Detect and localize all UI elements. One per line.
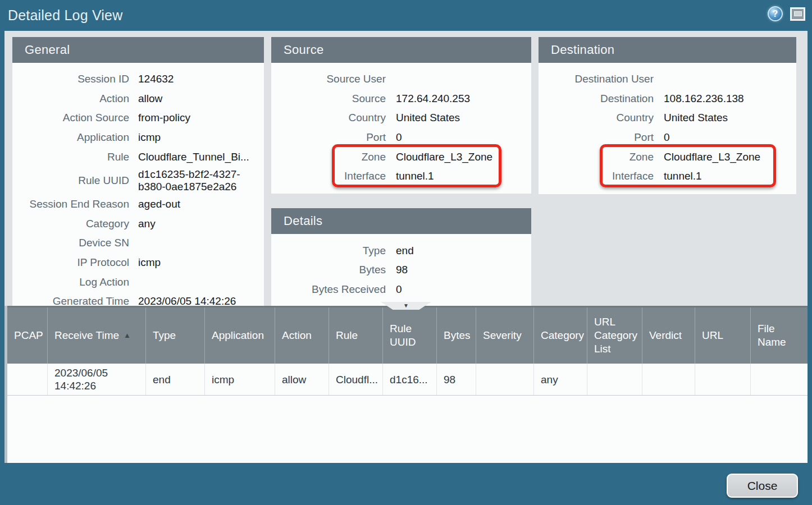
cell-rule-uuid: d1c16... [383,364,437,395]
details-panel: Details Type end Bytes 98 Bytes Received… [271,208,531,306]
field-row-device-sn: Device SN [12,233,258,253]
cell-verdict [642,364,695,395]
column-header-bytes[interactable]: Bytes [437,307,476,364]
column-header-action[interactable]: Action [275,307,329,364]
cell-action: allow [275,364,329,395]
cell-url [695,364,751,395]
field-row-source-zone: Zone Cloudflare_L3_Zone [271,147,526,167]
cell-type: end [146,364,205,395]
field-row-log-action: Log Action [12,272,258,292]
column-header-receive-time[interactable]: Receive Time ▲ [48,307,146,364]
field-row-destination-interface: Interface tunnel.1 [539,167,791,186]
cell-pcap [7,364,48,395]
field-row-category: Category any [12,214,258,234]
window-restore-icon[interactable] [790,7,805,21]
field-row-destination-country: Country United States [539,108,791,128]
details-panel-header: Details [271,208,531,234]
field-row-source: Source 172.64.240.253 [271,89,526,109]
field-row-generated-time: Generated Time 2023/06/05 14:42:26 [12,292,258,306]
column-header-rule-uuid[interactable]: Rule UUID [383,307,437,364]
field-row-action: Action allow [12,89,258,109]
cell-url-category-list [587,364,642,395]
window-restore-icon-inner [794,11,802,16]
close-button[interactable]: Close [727,474,798,498]
source-panel-body: Source User Source 172.64.240.253 Countr… [271,63,531,193]
cell-severity [476,364,534,395]
details-panel-body: Type end Bytes 98 Bytes Received 0 [271,234,531,306]
cell-file-name [751,364,808,395]
source-panel-header: Source [271,37,531,63]
field-row-source-user: Source User [271,70,526,89]
field-row-destination-port: Port 0 [539,128,791,148]
field-row-source-country: Country United States [271,108,526,128]
column-header-severity[interactable]: Severity [476,307,534,364]
column-header-application[interactable]: Application [205,307,275,364]
cell-category: any [534,364,587,395]
dialog-footer: Close [0,463,812,505]
cell-receive-time: 2023/06/05 14:42:26 [48,364,146,395]
field-row-bytes: Bytes 98 [271,260,526,280]
column-header-url[interactable]: URL [695,307,751,364]
field-row-destination-user: Destination User [539,70,791,89]
cell-application: icmp [205,364,275,395]
field-row-session-id: Session ID 124632 [12,70,258,89]
column-header-file-name[interactable]: File Name [751,307,808,364]
detail-panels-region: General Session ID 124632 Action allow A… [4,31,808,306]
destination-panel-body: Destination User Destination 108.162.236… [539,63,796,193]
log-table: PCAP Receive Time ▲ Type Application Act… [4,306,808,463]
general-panel-body: Session ID 124632 Action allow Action So… [12,63,264,306]
column-header-pcap[interactable]: PCAP [7,307,48,364]
column-header-type[interactable]: Type [146,307,205,364]
cell-bytes: 98 [437,364,476,395]
field-row-rule-uuid: Rule UUID d1c16235-b2f2-4327-b380-0ae187… [12,167,258,195]
field-row-bytes-received: Bytes Received 0 [271,279,526,299]
log-table-header: PCAP Receive Time ▲ Type Application Act… [7,306,808,364]
field-row-destination: Destination 108.162.236.138 [539,89,791,109]
general-panel-header: General [12,37,264,63]
field-row-session-end-reason: Session End Reason aged-out [12,195,258,214]
field-row-action-source: Action Source from-policy [12,108,258,128]
source-panel: Source Source User Source 172.64.240.253… [271,37,531,194]
destination-panel: Destination Destination User Destination… [539,37,796,194]
field-row-destination-zone: Zone Cloudflare_L3_Zone [539,147,791,167]
field-row-ip-protocol: IP Protocol icmp [12,253,258,273]
titlebar-icons: ? [768,6,805,21]
column-header-category[interactable]: Category [534,307,587,364]
column-header-verdict[interactable]: Verdict [642,307,695,364]
cell-rule: Cloudfl... [329,364,383,395]
column-header-rule[interactable]: Rule [329,307,383,364]
field-row-source-port: Port 0 [271,128,526,148]
field-row-rule: Rule Cloudflare_Tunnel_Bi... [12,147,258,167]
general-panel: General Session ID 124632 Action allow A… [12,37,264,306]
dialog-titlebar: Detailed Log View ? [0,0,812,31]
destination-panel-header: Destination [539,37,796,63]
table-row[interactable]: 2023/06/05 14:42:26 end icmp allow Cloud… [7,364,808,396]
field-row-application: Application icmp [12,128,258,148]
field-row-source-interface: Interface tunnel.1 [271,167,526,186]
field-row-type: Type end [271,241,526,260]
dialog-title: Detailed Log View [8,7,122,24]
sort-ascending-icon: ▲ [124,329,131,342]
chevron-down-icon: ▼ [403,303,409,309]
column-header-url-category-list[interactable]: URL Category List [587,307,642,364]
help-icon[interactable]: ? [768,6,783,21]
